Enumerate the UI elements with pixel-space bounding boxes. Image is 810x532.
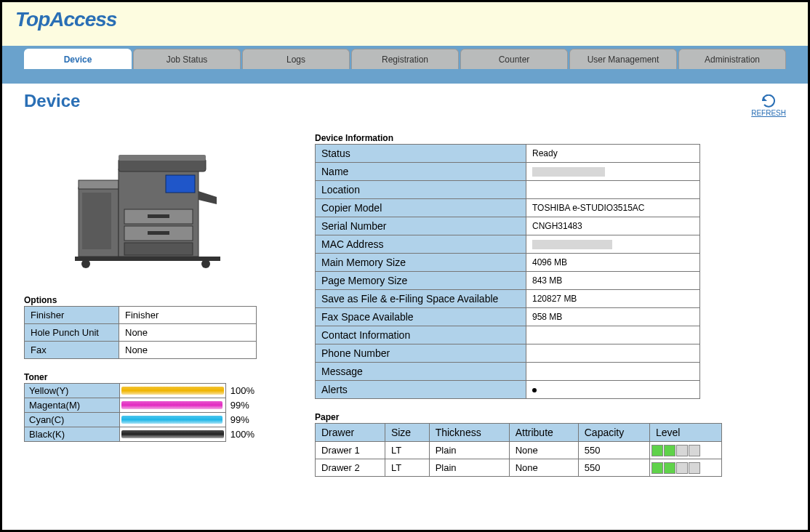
device-info-value: 958 MB — [526, 308, 700, 326]
tab-subbar — [2, 69, 808, 84]
paper-header: Level — [649, 424, 721, 442]
toner-bar-cell — [119, 398, 225, 413]
device-info-table: StatusReadyNameLocationCopier ModelTOSHI… — [315, 144, 700, 399]
level-box — [676, 445, 688, 456]
paper-cell-size: LT — [385, 442, 429, 459]
toner-bar — [121, 430, 224, 438]
device-info-value — [526, 344, 700, 363]
toner-bar — [121, 416, 223, 424]
device-info-row: Message — [316, 363, 700, 381]
device-info-row: Phone Number — [316, 344, 700, 363]
paper-cell-thickness: Plain — [429, 442, 509, 459]
toner-percent: 100% — [225, 384, 263, 398]
tab-registration[interactable]: Registration — [351, 49, 459, 69]
paper-level-cell — [649, 442, 721, 459]
paper-cell-attribute: None — [509, 459, 578, 477]
toner-row: Black(K)100% — [25, 427, 264, 442]
toner-bar — [121, 401, 223, 409]
tab-device[interactable]: Device — [24, 49, 132, 69]
tab-job-status[interactable]: Job Status — [133, 49, 241, 69]
tab-user-management[interactable]: User Management — [569, 49, 677, 69]
svg-rect-14 — [124, 243, 193, 255]
device-info-value: 120827 MB — [526, 290, 700, 308]
device-info-value — [526, 363, 700, 381]
toner-bar-cell — [119, 384, 225, 398]
device-info-label: Copier Model — [316, 199, 526, 217]
level-box — [651, 462, 663, 474]
paper-cell-attribute: None — [509, 442, 578, 459]
logo: TopAccess — [15, 8, 116, 31]
alert-dot-icon — [532, 388, 537, 392]
tab-counter[interactable]: Counter — [460, 49, 568, 69]
toner-name: Black(K) — [25, 427, 120, 442]
level-box — [689, 462, 700, 474]
device-info-value — [526, 163, 700, 181]
options-value: None — [119, 324, 257, 342]
options-table: FinisherFinisherHole Punch UnitNoneFaxNo… — [24, 306, 257, 359]
tab-administration[interactable]: Administration — [678, 49, 786, 69]
options-label: Hole Punch Unit — [25, 324, 119, 342]
level-box — [651, 445, 663, 456]
svg-point-5 — [201, 259, 210, 268]
device-info-label: Location — [316, 181, 526, 199]
paper-section-label: Paper — [315, 412, 786, 422]
options-row: Hole Punch UnitNone — [25, 324, 257, 342]
paper-cell-capacity: 550 — [578, 442, 649, 459]
device-info-label: Alerts — [316, 381, 526, 399]
paper-row: Drawer 1LTPlainNone550 — [316, 442, 722, 459]
tab-bar: DeviceJob StatusLogsRegistrationCounterU… — [2, 46, 808, 69]
paper-cell-size: LT — [385, 459, 429, 477]
tab-logs[interactable]: Logs — [242, 49, 350, 69]
toner-name: Yellow(Y) — [25, 384, 120, 398]
options-value: Finisher — [119, 307, 257, 324]
toner-row: Cyan(C)99% — [25, 413, 264, 427]
level-box — [689, 445, 700, 456]
toner-bar — [121, 387, 224, 395]
svg-rect-2 — [82, 193, 111, 249]
toner-percent: 99% — [225, 413, 263, 427]
device-info-label: Main Memory Size — [316, 254, 526, 272]
paper-cell-drawer: Drawer 1 — [316, 442, 385, 459]
device-info-value — [526, 381, 700, 399]
svg-rect-8 — [119, 155, 206, 161]
device-info-row: Location — [316, 181, 700, 199]
page-title: Device — [24, 91, 80, 111]
options-row: FaxNone — [25, 342, 257, 359]
device-info-row: Name — [316, 163, 700, 181]
svg-rect-1 — [79, 180, 119, 189]
device-info-value — [526, 181, 700, 199]
svg-rect-3 — [75, 257, 220, 261]
toner-row: Magenta(M)99% — [25, 398, 264, 413]
device-info-label: MAC Address — [316, 235, 526, 254]
level-box — [676, 462, 688, 474]
paper-header: Thickness — [429, 424, 509, 442]
paper-cell-drawer: Drawer 2 — [316, 459, 385, 477]
paper-header: Drawer — [316, 424, 385, 442]
device-info-value — [526, 235, 700, 254]
device-info-label: Name — [316, 163, 526, 181]
refresh-button[interactable]: REFRESH — [751, 94, 786, 117]
paper-header-row: DrawerSizeThicknessAttributeCapacityLeve… — [316, 424, 722, 442]
options-label: Fax — [25, 342, 119, 359]
paper-table: DrawerSizeThicknessAttributeCapacityLeve… — [315, 423, 722, 477]
device-info-value: 843 MB — [526, 272, 700, 290]
svg-rect-11 — [148, 214, 169, 218]
printer-illustration — [75, 140, 293, 273]
toner-section-label: Toner — [24, 372, 293, 382]
device-info-label: Save as File & e-Filing Space Available — [316, 290, 526, 308]
paper-header: Attribute — [509, 424, 578, 442]
device-info-value: Ready — [526, 145, 700, 163]
options-value: None — [119, 342, 257, 359]
toner-table: Yellow(Y)100%Magenta(M)99%Cyan(C)99%Blac… — [24, 383, 264, 442]
device-info-row: Serial NumberCNGH31483 — [316, 217, 700, 235]
options-label: Finisher — [25, 307, 119, 324]
redacted-value — [532, 240, 612, 249]
svg-rect-13 — [148, 231, 169, 235]
toner-bar-cell — [119, 413, 225, 427]
toner-name: Cyan(C) — [25, 413, 120, 427]
redacted-value — [532, 167, 605, 177]
device-info-row: StatusReady — [316, 145, 700, 163]
header-bar: TopAccess — [2, 2, 808, 46]
device-info-label: Contact Information — [316, 326, 526, 344]
level-box — [664, 462, 675, 474]
